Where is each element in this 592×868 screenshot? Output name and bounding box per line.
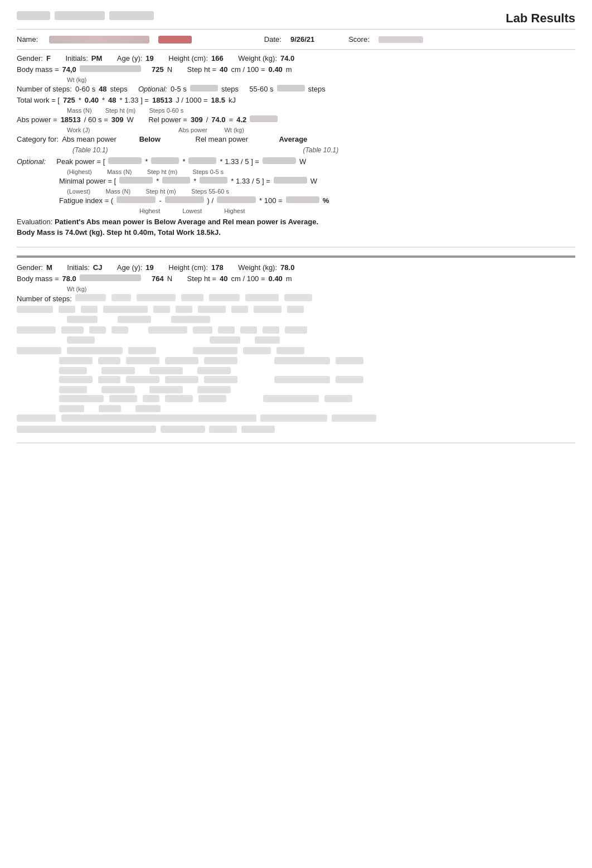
evaluation-label: Evaluation: (17, 218, 52, 226)
abs-power-sub: Work (J) Abs power Wt (kg) (67, 127, 575, 133)
name-date-score-row: Name: Date: 9/26/21 Score: (17, 35, 575, 44)
body-mass-formula-blur (80, 65, 141, 72)
s2-body-mass-n: 764 (152, 274, 164, 283)
s2-tw-blur8 (231, 306, 248, 313)
step-ht-value: 40 (220, 65, 227, 74)
gender-value: F (46, 54, 51, 62)
s2-mp-blur2 (98, 376, 120, 383)
total-work-row: Total work = [ 725 * 0.40 * 48 * 1.33 ] … (17, 96, 575, 104)
s2-min-power-row (59, 376, 575, 383)
s2-rp-blur6 (285, 326, 307, 334)
peak-power-label: Peak power = [ (56, 157, 105, 166)
total-work-unit1: J / 1000 = (176, 96, 207, 104)
min-power-blur3 (200, 177, 227, 184)
category-abs-table: (Table 10.1) (72, 146, 108, 154)
s2-body-mass-label: Body mass = (17, 274, 59, 283)
fatigue-unit: % (323, 196, 329, 205)
s2-mp-blur3 (126, 376, 159, 383)
name-value (49, 36, 149, 44)
s2-total-work-sub (67, 316, 575, 323)
category-rel: Rel mean power (196, 135, 249, 143)
header-left (17, 11, 154, 20)
fatigue-blur1 (117, 196, 156, 203)
lab-results-title: Lab Results (506, 11, 575, 26)
s2-body-mass-formula-blur (80, 274, 141, 281)
s2-step-ht-m: 0.40 (269, 274, 283, 283)
step-ht-label: Step ht = (187, 65, 216, 74)
category-rel-table: (Table 10.1) (303, 146, 339, 154)
s2-ev2 (61, 414, 256, 422)
peak-power-sub3: Step ht (m) (147, 168, 177, 175)
score-label: Score: (348, 35, 370, 44)
evaluation-row: Evaluation: Patient's Abs mean power is … (17, 218, 575, 226)
s2-rp-blur4 (240, 326, 257, 334)
s2-steps-blur3 (137, 294, 176, 301)
min-power-mult: * 1.33 / 5 ] = (231, 177, 270, 185)
s2-tw-blur7 (198, 306, 226, 313)
page-title-blur1 (17, 11, 50, 20)
s2-tw-blur6 (176, 306, 192, 313)
s2-pp-blur4 (165, 357, 198, 364)
body-mass-sub: Wt (kg) (67, 76, 575, 83)
s2-step-ht-value: 40 (220, 274, 227, 283)
s2-tw-blur4 (103, 306, 148, 313)
total-work-mult: * 1.33 ] = (120, 96, 149, 104)
gender-row: Gender: F Initials: PM Age (y): 19 Heigh… (17, 54, 575, 62)
fatigue-row: Fatigue index = ( - ) / * 100 = % (59, 196, 575, 205)
total-work-star1: * (79, 96, 81, 104)
s2-fatigue-row (59, 395, 575, 402)
s2-steps-label: Number of steps: (17, 295, 72, 303)
body-mass-label: Body mass = (17, 65, 59, 74)
steps-range1: 0-60 s (75, 85, 95, 93)
section2: Gender: M Initials: CJ Age (y): 19 Heigh… (17, 263, 575, 443)
section-divider (17, 255, 575, 258)
s2-gender-label: Gender: (17, 263, 43, 272)
min-power-sub2: Mass (N) (105, 188, 130, 195)
s2-steps-blur7 (284, 294, 312, 301)
s2-pp-blur2 (98, 357, 120, 364)
category-row: Category for: Abs mean power Below Rel m… (17, 135, 575, 143)
fatigue-sub1: Highest (139, 208, 160, 214)
s2-ap-sub1 (67, 336, 95, 344)
steps-value3-blur (277, 85, 305, 91)
category-abs-value: Below (139, 135, 161, 143)
s2-fi-blur1 (59, 395, 104, 402)
total-work-sub3: Steps 0-60 s (149, 107, 183, 114)
s2-steps-blur5 (209, 294, 240, 301)
fatigue-blur2 (165, 196, 204, 203)
s2-steps-blur2 (111, 294, 131, 301)
s2-steps-blur4 (181, 294, 203, 301)
s2-rp-sub1 (210, 336, 240, 344)
rel-power-div: / (206, 115, 208, 124)
s2-steps-blur1 (75, 294, 106, 301)
evaluation-text: Patient's Abs mean power is Below Averag… (55, 218, 318, 226)
s2-step-ht-m-unit: m (286, 274, 292, 283)
body-mass-row: Body mass = 74,0 725 N Step ht = 40 cm /… (17, 65, 575, 83)
height-value: 166 (211, 54, 224, 62)
s2-age-value: 19 (145, 263, 153, 272)
fatigue-blur3 (217, 196, 256, 203)
age-value: 19 (145, 54, 153, 62)
steps-range3: 55-60 s (249, 85, 273, 93)
step-ht-m: 0.40 (269, 65, 283, 74)
s2-cat-blur1 (17, 347, 61, 354)
s2-ps3 (149, 367, 183, 374)
s2-cat-blur6 (276, 347, 304, 354)
s2-abs-power-row (17, 326, 575, 334)
peak-power-blur2 (151, 157, 179, 164)
summary-row: Body Mass is 74.0wt (kg). Step ht 0.40m,… (17, 228, 575, 237)
steps-unit1: steps (110, 85, 128, 93)
s2-peak-power-row (59, 357, 575, 364)
s2-tw-blur1 (17, 306, 53, 313)
s2-cat-blur2 (67, 347, 123, 354)
fatigue-star: * 100 = (259, 196, 283, 205)
s2-ps4 (197, 367, 231, 374)
s2-tw-blur9 (254, 306, 282, 313)
s2-fs1 (59, 405, 84, 412)
min-power-sub4: Steps 55-60 s (191, 188, 229, 195)
fatigue-label: Fatigue index = ( (59, 196, 113, 205)
peak-power-blur1 (108, 157, 142, 164)
rel-power-sub2: Wt (kg) (224, 127, 244, 133)
abs-power-value: 18513 (61, 115, 81, 124)
s2-cat-blur5 (243, 347, 271, 354)
